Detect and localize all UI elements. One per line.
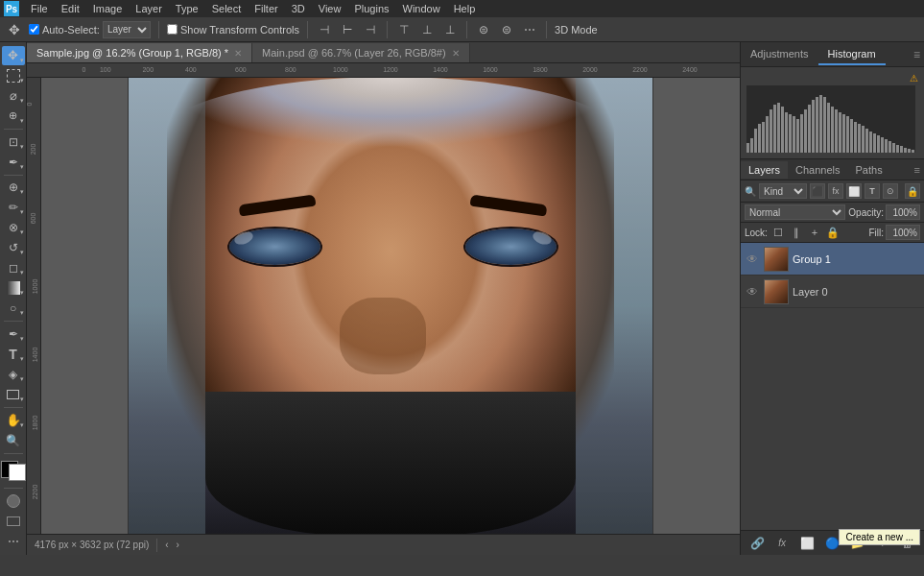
background-color[interactable] [9,464,26,481]
adjustments-tab[interactable]: Adjustments [741,44,818,65]
pen-tool-btn[interactable]: ✒ ▾ [2,324,25,344]
ruler-label: 2200 [632,66,648,73]
align-bottom-icon[interactable]: ⊥ [441,21,459,38]
heal-brush-btn[interactable]: ⊕ ▾ [2,178,25,197]
lock-transparent-btn[interactable]: ☐ [770,225,786,240]
svg-rect-13 [796,119,799,153]
lasso-tool-btn[interactable]: ⌀ ▾ [2,86,25,106]
screen-mode-btn[interactable] [2,512,25,531]
align-top-icon[interactable]: ⊤ [395,21,413,38]
shape-tool-btn[interactable]: ▾ [2,385,25,404]
tab-main[interactable]: Main.psd @ 66.7% (Layer 26, RGB/8#) ✕ [252,43,470,62]
align-center-h-icon[interactable]: ⊢ [339,21,356,38]
menu-type[interactable]: Type [170,2,204,15]
search-icon: 🔍 [745,186,756,197]
panel-options-btn[interactable]: ≡ [913,48,920,61]
zoom-tool-btn[interactable]: 🔍 [2,431,25,450]
fx-filter-icon[interactable]: fx [828,183,843,199]
menu-3d[interactable]: 3D [286,2,311,15]
ruler-label: 1400 [433,66,448,73]
path-select-btn[interactable]: ◈ ▾ [2,365,25,384]
nav-next-btn[interactable]: › [177,540,179,550]
dodge-btn[interactable]: ○ ▾ [2,299,25,318]
opacity-input[interactable] [886,204,920,220]
fill-input[interactable] [886,225,920,240]
distribute-v-icon[interactable]: ⊜ [498,21,515,38]
add-layer-style-btn[interactable]: fx [771,534,793,553]
eraser-btn[interactable]: ◻ ▾ [2,258,25,277]
menu-help[interactable]: Help [448,2,482,15]
layer-item-layer0[interactable]: 👁 Layer 0 [741,276,924,308]
filter-toggle-btn[interactable]: 🔒 [905,183,920,199]
layers-panel-menu-btn[interactable]: ≡ [914,164,920,176]
paths-tab[interactable]: Paths [848,161,890,179]
svg-rect-7 [773,105,776,153]
layer-thumb-layer0 [764,279,789,304]
eyedropper-btn[interactable]: ✒ ▾ [2,153,25,172]
align-right-icon[interactable]: ⊣ [362,21,379,38]
menu-select[interactable]: Select [206,2,248,15]
svg-rect-27 [850,119,853,153]
tab-sample-close[interactable]: ✕ [234,48,242,59]
quick-select-btn[interactable]: ⊕ ▾ [2,107,25,126]
menu-file[interactable]: File [25,2,54,15]
distribute-h-icon[interactable]: ⊜ [475,21,492,38]
move-tool-btn[interactable]: ✥ ▾ [2,46,25,65]
canvas-container[interactable]: 0 100 200 400 600 800 1000 1200 1400 160… [27,63,740,534]
menu-plugins[interactable]: Plugins [348,2,394,15]
add-mask-btn[interactable]: ⬜ [796,534,817,553]
layer-visibility-group1[interactable]: 👁 [745,252,760,267]
marquee-tool-btn[interactable]: ▾ [2,66,25,85]
layer-visibility-layer0[interactable]: 👁 [745,284,760,300]
hand-tool-btn[interactable]: ✋ ▾ [2,411,25,430]
tab-main-close[interactable]: ✕ [452,48,460,59]
tab-sample[interactable]: Sample.jpg @ 16.2% (Group 1, RGB/8) * ✕ [27,43,252,62]
channels-tab[interactable]: Channels [788,161,847,179]
svg-rect-16 [808,105,811,153]
pixel-filter-icon[interactable]: ⬛ [810,183,825,199]
more-tools-btn[interactable]: ⋯ [2,532,25,551]
ruler-label: 100 [100,66,111,73]
text-filter-icon[interactable]: T [865,183,880,199]
transform-controls-checkbox[interactable] [167,24,178,35]
crop-tool-btn[interactable]: ⊡ ▾ [2,132,25,152]
svg-rect-33 [873,133,876,153]
lock-position-btn[interactable]: + [807,225,822,240]
align-left-icon[interactable]: ⊣ [316,21,333,38]
lock-image-btn[interactable]: ∥ [789,225,804,240]
auto-select-checkbox[interactable] [29,24,39,35]
layers-tab[interactable]: Layers [741,161,788,179]
brush-tool-btn[interactable]: ✏ ▾ [2,198,25,217]
history-brush-btn[interactable]: ↺ ▾ [2,238,25,257]
svg-rect-31 [865,129,868,153]
menu-window[interactable]: Window [397,2,446,15]
menu-filter[interactable]: Filter [249,2,283,15]
layer-item-group1[interactable]: 👁 Group 1 [741,243,924,276]
sep2 [307,21,308,38]
quick-mask-btn[interactable] [2,492,25,511]
gradient-btn[interactable]: ▾ [2,278,25,298]
adjustment-filter-icon[interactable]: ⬜ [846,183,862,199]
auto-select-type[interactable]: Layer Group [103,21,151,38]
link-layers-btn[interactable]: 🔗 [746,534,768,553]
lock-all-btn[interactable]: 🔒 [825,225,841,240]
menu-image[interactable]: Image [87,2,129,15]
text-tool-btn[interactable]: T ▾ [2,345,25,364]
kind-filter-select[interactable]: Kind [759,183,807,199]
color-swatch [1,461,26,482]
layers-section: Layers Channels Paths ≡ 🔍 Kind ⬛ fx ⬜ T … [741,158,924,555]
more-options-icon[interactable]: ⋯ [521,21,538,38]
menu-view[interactable]: View [313,2,347,15]
smart-filter-icon[interactable]: ⊙ [883,183,898,199]
ruler-v-label: 1400 [32,348,38,363]
nav-prev-btn[interactable]: ‹ [165,540,168,550]
stamp-tool-btn[interactable]: ⊗ ▾ [2,218,25,237]
svg-rect-41 [904,148,907,153]
align-center-v-icon[interactable]: ⊥ [418,21,436,38]
menu-edit[interactable]: Edit [56,2,85,15]
ruler-v-label: 0 [27,102,33,106]
blend-mode-select[interactable]: Normal Multiply Screen [745,204,845,220]
menu-layer[interactable]: Layer [130,2,168,15]
transform-controls-label: Show Transform Controls [180,24,299,36]
histogram-tab[interactable]: Histogram [818,44,886,65]
